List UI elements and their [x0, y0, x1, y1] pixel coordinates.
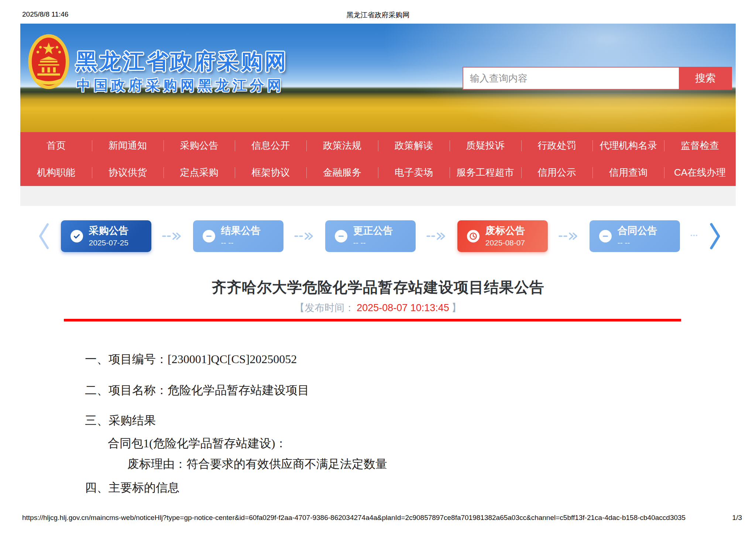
step-procurement-notice[interactable]: 采购公告 2025-07-25: [61, 220, 151, 252]
nav-item-agreement-supply[interactable]: 协议供货: [92, 166, 164, 179]
print-page-title: 黑龙江省政府采购网: [0, 10, 756, 20]
dashed-arrow-icon: [294, 232, 314, 241]
step-date: -- --: [353, 239, 393, 247]
step-date: -- --: [618, 239, 657, 247]
nav-item-supervision[interactable]: 监督检查: [664, 139, 736, 152]
nav-row-2: 机构职能 协议供货 定点采购 框架协议 金融服务 电子卖场 服务工程超市 信用公…: [20, 159, 736, 186]
header-banner: 黑龙江省政府采购网 中国政府采购网黑龙江分网 搜索: [20, 24, 736, 132]
nav-item-designated-procurement[interactable]: 定点采购: [164, 166, 235, 179]
step-correction-notice[interactable]: 更正公告 -- --: [325, 220, 416, 252]
step-result-notice[interactable]: 结果公告 -- --: [193, 220, 284, 252]
nav-item-credit-publicity[interactable]: 信用公示: [521, 166, 593, 179]
main-nav: 首页 新闻通知 采购公告 信息公开 政策法规 政策解读 质疑投诉 行政处罚 代理…: [20, 132, 736, 186]
publish-time-row: 【发布时间：2025-08-07 10:13:45】: [0, 301, 756, 314]
publish-suffix: 】: [451, 302, 461, 313]
nav-item-financial-services[interactable]: 金融服务: [306, 166, 378, 179]
print-header: 2025/8/8 11:46 黑龙江省政府采购网: [0, 10, 756, 21]
dashed-arrow-icon: [426, 232, 446, 241]
article-title: 齐齐哈尔大学危险化学品暂存站建设项目结果公告: [0, 277, 756, 297]
prev-arrow-button[interactable]: [37, 222, 50, 250]
dashed-arrow-icon: [162, 232, 182, 241]
article-line-main-bid-info: 四、主要标的信息: [85, 480, 179, 496]
step-contract-notice[interactable]: 合同公告 -- --: [590, 220, 680, 252]
red-divider: [64, 319, 681, 321]
step-label: 合同公告: [618, 226, 657, 236]
article-line-procurement-result: 三、采购结果: [85, 413, 156, 429]
nav-item-procurement-notice[interactable]: 采购公告: [164, 139, 235, 152]
nav-item-ca-online[interactable]: CA在线办理: [664, 166, 736, 179]
step-label: 结果公告: [221, 226, 261, 236]
gray-strip-divider: [20, 186, 736, 206]
nav-item-org-functions[interactable]: 机构职能: [20, 166, 92, 179]
next-arrow-button[interactable]: [708, 222, 721, 250]
page-indicator: 1/3: [732, 514, 742, 522]
article-line-project-name: 二、项目名称：危险化学品暂存站建设项目: [85, 382, 309, 399]
nav-item-e-marketplace[interactable]: 电子卖场: [378, 166, 450, 179]
step-label: 废标公告: [485, 226, 525, 236]
minus-circle-icon: [599, 230, 612, 242]
nav-item-agency-directory[interactable]: 代理机构名录: [592, 139, 664, 152]
nav-item-home[interactable]: 首页: [20, 139, 92, 152]
site-subtitle: 中国政府采购网黑龙江分网: [76, 76, 285, 95]
step-date: 2025-07-25: [89, 239, 129, 247]
step-date: -- --: [221, 239, 261, 247]
dash-icon: [691, 235, 697, 238]
nav-item-admin-penalty[interactable]: 行政处罚: [521, 139, 593, 152]
nav-item-service-project-mall[interactable]: 服务工程超市: [450, 166, 521, 179]
notice-timeline: 采购公告 2025-07-25 结果公告 -- --: [20, 206, 736, 266]
article-line-cancellation-reason: 废标理由：符合要求的有效供应商不满足法定数量: [127, 456, 387, 472]
clock-icon: [467, 230, 480, 242]
minus-circle-icon: [203, 230, 215, 242]
nav-row-1: 首页 新闻通知 采购公告 信息公开 政策法规 政策解读 质疑投诉 行政处罚 代理…: [20, 132, 736, 159]
step-label: 采购公告: [89, 226, 129, 236]
publish-label: 【发布时间：: [295, 302, 354, 313]
nav-item-credit-inquiry[interactable]: 信用查询: [592, 166, 664, 179]
article-line-project-number: 一、项目编号：[230001]QC[CS]20250052: [85, 351, 297, 368]
dashed-arrow-icon: [559, 232, 578, 241]
article-line-contract-package: 合同包1(危险化学品暂存站建设)：: [108, 435, 287, 452]
nav-item-news[interactable]: 新闻通知: [92, 139, 164, 152]
national-emblem-icon: [27, 32, 71, 91]
nav-item-policy-interpretation[interactable]: 政策解读: [378, 139, 450, 152]
nav-item-framework-agreement[interactable]: 框架协议: [235, 166, 306, 179]
check-circle-icon: [71, 230, 83, 242]
footer-url: https://hljcg.hlj.gov.cn/maincms-web/not…: [22, 514, 685, 522]
search-button[interactable]: 搜索: [679, 67, 732, 90]
site-title: 黑龙江省政府采购网: [76, 47, 288, 76]
minus-circle-icon: [335, 230, 347, 242]
publish-time: 2025-08-07 10:13:45: [357, 302, 449, 313]
step-date: 2025-08-07: [485, 239, 525, 247]
page: 2025/8/8 11:46 黑龙江省政府采购网 黑龙江省政府采购网 中国政府采…: [0, 0, 756, 534]
step-label: 更正公告: [353, 226, 393, 236]
step-cancellation-notice[interactable]: 废标公告 2025-08-07: [457, 220, 548, 252]
nav-item-complaints[interactable]: 质疑投诉: [450, 139, 521, 152]
nav-item-policy-laws[interactable]: 政策法规: [306, 139, 378, 152]
nav-item-info-disclosure[interactable]: 信息公开: [235, 139, 306, 152]
search-input[interactable]: [463, 67, 680, 90]
